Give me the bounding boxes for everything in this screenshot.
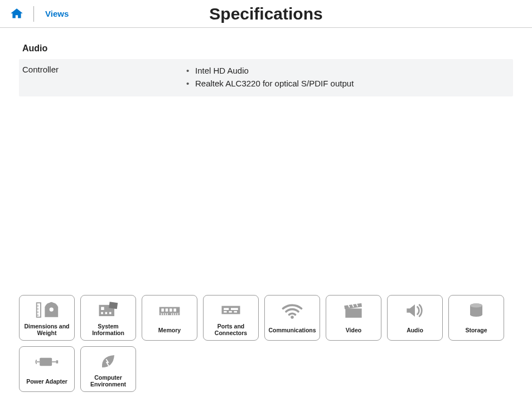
svg-rect-11	[105, 312, 108, 314]
spec-value-item: Intel HD Audio	[184, 65, 510, 78]
spec-value-item: Realtek ALC3220 for optical S/PDIF outpu…	[184, 78, 510, 90]
tile-system-information[interactable]: System Information	[80, 295, 136, 341]
header-bar: Views Specifications	[0, 0, 532, 28]
tile-video[interactable]: Video	[326, 295, 381, 341]
svg-rect-14	[161, 308, 164, 312]
svg-rect-16	[170, 308, 172, 312]
section-title: Audio	[19, 43, 513, 59]
tile-power-adapter[interactable]: Power Adapter	[19, 346, 75, 392]
svg-rect-12	[109, 312, 112, 314]
svg-rect-15	[166, 308, 168, 312]
svg-point-33	[291, 316, 294, 319]
spec-row: Controller Intel HD Audio Realtek ALC322…	[19, 59, 513, 96]
ruler-weight-icon	[21, 298, 73, 323]
tile-audio[interactable]: Audio	[387, 295, 443, 341]
header-divider	[33, 6, 34, 22]
content-area: Audio Controller Intel HD Audio Realtek …	[0, 28, 532, 96]
tile-ports-connectors[interactable]: Ports and Connectors	[203, 295, 259, 341]
tile-label: System Information	[92, 323, 124, 337]
tile-communications[interactable]: Communications	[264, 295, 320, 341]
tile-label: Communications	[268, 323, 316, 337]
tile-label: Dimensions and Weight	[24, 323, 69, 337]
storage-icon	[450, 298, 502, 323]
tile-dimensions-weight[interactable]: Dimensions and Weight	[19, 295, 75, 341]
tile-label: Power Adapter	[26, 375, 67, 388]
views-link[interactable]: Views	[36, 9, 78, 18]
spec-row-values: Intel HD Audio Realtek ALC3220 for optic…	[184, 65, 510, 90]
svg-rect-17	[173, 308, 176, 312]
memory-icon	[143, 298, 196, 323]
ports-icon	[205, 298, 257, 323]
svg-rect-9	[101, 307, 104, 311]
svg-rect-32	[234, 311, 238, 313]
tile-label: Computer Environment	[90, 374, 126, 388]
svg-rect-30	[224, 311, 227, 313]
clapperboard-icon	[327, 298, 380, 323]
tile-label: Ports and Connectors	[215, 323, 247, 337]
spec-row-label: Controller	[22, 65, 184, 90]
svg-rect-44	[56, 360, 59, 364]
svg-point-40	[470, 303, 482, 307]
wifi-icon	[266, 298, 318, 323]
page-title: Specifications	[0, 4, 532, 23]
svg-rect-41	[40, 358, 52, 366]
svg-rect-10	[101, 312, 103, 314]
tile-memory[interactable]: Memory	[142, 295, 197, 341]
svg-point-5	[50, 302, 53, 306]
svg-rect-28	[224, 308, 229, 311]
tile-label: Audio	[407, 323, 423, 337]
tile-computer-environment[interactable]: Computer Environment	[80, 346, 136, 392]
speaker-icon	[389, 298, 441, 323]
tile-label: Memory	[158, 323, 181, 337]
svg-rect-29	[231, 308, 238, 311]
tile-storage[interactable]: Storage	[448, 295, 504, 341]
svg-rect-8	[109, 302, 118, 309]
svg-point-6	[50, 308, 54, 312]
motherboard-icon	[82, 298, 134, 323]
svg-rect-34	[345, 308, 361, 318]
tile-label: Video	[346, 323, 361, 337]
home-icon	[9, 7, 24, 21]
tile-label: Storage	[465, 323, 487, 337]
power-adapter-icon	[21, 349, 73, 375]
home-button[interactable]	[0, 7, 33, 21]
svg-rect-31	[229, 311, 232, 313]
leaf-icon	[82, 349, 134, 374]
tiles-row: Dimensions and Weight System Information	[19, 295, 521, 392]
svg-rect-18	[159, 313, 180, 316]
